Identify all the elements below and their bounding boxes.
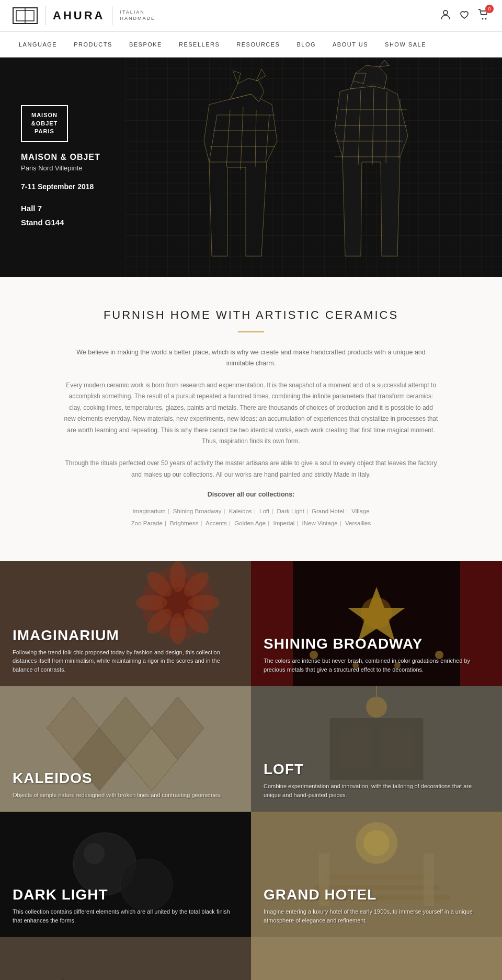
hero-banner: MAISON &OBJET PARIS MAISON & OBJET Paris… xyxy=(0,57,502,277)
link-inew-vintage[interactable]: INew Vintage xyxy=(302,520,338,526)
about-divider xyxy=(238,331,264,332)
hero-content: MAISON &OBJET PARIS MAISON & OBJET Paris… xyxy=(0,84,121,250)
cart-icon[interactable]: 0 xyxy=(478,9,489,23)
svg-point-3 xyxy=(443,10,448,15)
collection-title-dark-light: DARK LIGHT xyxy=(13,886,238,903)
maison-logo-text: MAISON &OBJET PARIS xyxy=(28,111,61,135)
header-divider xyxy=(45,6,45,25)
collection-title-imaginarium: IMAGINARIUM xyxy=(13,627,238,644)
header-icons: 0 xyxy=(440,9,489,23)
collection-imaginarium[interactable]: IMAGINARIUM Following the trend folk chi… xyxy=(0,561,251,686)
link-loft[interactable]: Loft xyxy=(259,508,269,514)
link-grand-hotel[interactable]: Grand Hotel xyxy=(312,508,344,514)
link-accents[interactable]: Accents xyxy=(206,520,227,526)
brand-name: AHURA xyxy=(53,9,105,22)
nav-item-resellers[interactable]: RESELLERS xyxy=(170,32,228,57)
hero-dates: 7-11 September 2018 xyxy=(21,182,100,191)
about-title: FURNISH HOME WITH ARTISTIC CERAMICS xyxy=(63,308,439,322)
collection-desc-loft: Combine experimentation and innovation, … xyxy=(264,782,489,799)
logo-icon xyxy=(13,7,38,24)
collection-content-broadway: SHINING BROADWAY The colors are intense … xyxy=(251,561,502,686)
nav: LANGUAGE PRODUCTS BESPOKE RESELLERS RESO… xyxy=(0,32,502,57)
collection-loft[interactable]: LOFT Combine experimentation and innovat… xyxy=(251,686,502,812)
collection-grand-hotel[interactable]: GRAND HOTEL Imagine entering a luxury ho… xyxy=(251,812,502,937)
user-icon[interactable] xyxy=(440,9,451,23)
collection-shining-broadway[interactable]: SHINING BROADWAY The colors are intense … xyxy=(251,561,502,686)
collection-desc-grand-hotel: Imagine entering a luxury hotel of the e… xyxy=(264,907,489,925)
collection-dark-light[interactable]: DARK LIGHT This collection contains diff… xyxy=(0,812,251,937)
collection-kaleidos[interactable]: KALEIDOS Objects of simple nature redesi… xyxy=(0,686,251,812)
svg-point-5 xyxy=(485,18,487,19)
about-section: FURNISH HOME WITH ARTISTIC CERAMICS We b… xyxy=(0,277,502,561)
hero-background xyxy=(126,57,502,277)
collection-content-dark-light: DARK LIGHT This collection contains diff… xyxy=(0,812,251,937)
link-imperial[interactable]: Imperial xyxy=(273,520,294,526)
link-kaleidos[interactable]: Kaleidos xyxy=(229,508,252,514)
nav-item-about[interactable]: ABOUT US xyxy=(324,32,376,57)
collection-title-grand-hotel: GRAND HOTEL xyxy=(264,886,489,903)
link-imaginarium[interactable]: Imaginarium xyxy=(132,508,165,514)
link-village[interactable]: Village xyxy=(351,508,369,514)
link-shining-broadway[interactable]: Shining Broadway xyxy=(173,508,222,514)
about-lead: We believe in making the world a better … xyxy=(63,347,439,370)
hero-subtitle: Paris Nord Villepinte xyxy=(21,164,100,172)
collection-title-broadway: SHINING BROADWAY xyxy=(264,636,489,652)
link-versailles[interactable]: Versailles xyxy=(345,520,371,526)
nav-item-blog[interactable]: BLOG xyxy=(288,32,324,57)
collections-grid: IMAGINARIUM Following the trend folk chi… xyxy=(0,561,502,980)
brand-subtitle: ITALIAN HANDMADE xyxy=(120,9,155,21)
nav-item-show-sale[interactable]: SHOW SALE xyxy=(376,32,435,57)
header: AHURA ITALIAN HANDMADE 0 xyxy=(0,0,502,32)
collection-content-grand-hotel: GRAND HOTEL Imagine entering a luxury ho… xyxy=(251,812,502,937)
collection-title-loft: LOFT xyxy=(264,761,489,778)
collection-desc-kaleidos: Objects of simple nature redesigned with… xyxy=(13,791,238,800)
svg-point-4 xyxy=(482,18,484,19)
link-zoo-parade[interactable]: Zoo Parade xyxy=(131,520,163,526)
collection-title-kaleidos: KALEIDOS xyxy=(13,770,238,787)
nav-item-bespoke[interactable]: BESPOKE xyxy=(121,32,170,57)
about-body-1: Every modern ceramic work is born from r… xyxy=(63,380,439,448)
svg-rect-7 xyxy=(126,57,502,277)
collection-content-kaleidos: KALEIDOS Objects of simple nature redesi… xyxy=(0,686,251,812)
collections-links: Imaginarium| Shining Broadway| Kaleidos|… xyxy=(63,505,439,529)
header-divider-2 xyxy=(112,6,112,25)
collection-zoo-parade[interactable]: ZOO PARADE Enter an adventurous world of… xyxy=(251,937,502,980)
collection-content-imaginarium: IMAGINARIUM Following the trend folk chi… xyxy=(0,561,251,686)
hero-hall: Hall 7 Stand G144 xyxy=(21,201,100,229)
cart-badge: 0 xyxy=(485,5,494,13)
wishlist-icon[interactable] xyxy=(459,9,470,22)
collection-desc-broadway: The colors are intense but never brash, … xyxy=(264,656,489,674)
about-cta: Discover all our collections: xyxy=(63,491,439,498)
collection-content-loft: LOFT Combine experimentation and innovat… xyxy=(251,686,502,812)
nav-item-resources[interactable]: RESOURCES xyxy=(228,32,288,57)
collection-desc-dark-light: This collection contains different eleme… xyxy=(13,907,238,925)
about-body-2: Through the rituals perfected over 50 ye… xyxy=(63,458,439,480)
link-dark-light[interactable]: Dark Light xyxy=(277,508,304,514)
nav-item-products[interactable]: PRODUCTS xyxy=(65,32,121,57)
maison-logo: MAISON &OBJET PARIS xyxy=(21,105,68,142)
nav-item-language[interactable]: LANGUAGE xyxy=(10,32,65,57)
link-golden-age[interactable]: Golden Age xyxy=(234,520,266,526)
hero-title: MAISON & OBJET xyxy=(21,153,100,162)
collection-content-zoo-parade: ZOO PARADE Enter an adventurous world of… xyxy=(251,937,502,980)
collection-content-village: VILLAGE This collection evokes tradition… xyxy=(0,937,251,980)
collection-village[interactable]: VILLAGE This collection evokes tradition… xyxy=(0,937,251,980)
link-brightness[interactable]: Brightness xyxy=(170,520,198,526)
collection-desc-imaginarium: Following the trend folk chic proposed t… xyxy=(13,648,238,674)
header-left: AHURA ITALIAN HANDMADE xyxy=(13,6,155,25)
